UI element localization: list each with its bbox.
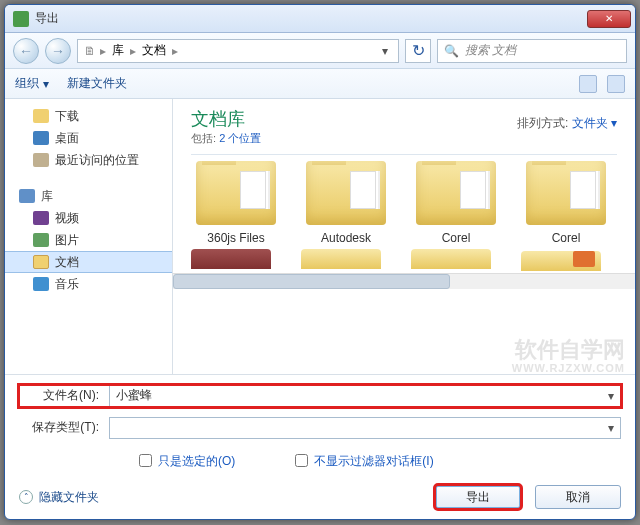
filename-row: 文件名(N): 小蜜蜂 ▾ [19,385,621,407]
locations-link[interactable]: 2 个位置 [219,132,261,144]
recent-icon [33,153,49,167]
folder-icon [196,161,276,225]
options-row: 只是选定的(O) 不显示过滤器对话框(I) [19,449,621,475]
footer-row: ˄ 隐藏文件夹 导出 取消 [19,475,621,509]
cancel-button[interactable]: 取消 [535,485,621,509]
body-area: 下载 桌面 最近访问的位置 库 视频 图片 文档 音乐 文档库 包括: 2 个位… [5,99,635,374]
close-icon: ✕ [605,13,613,24]
download-icon [33,109,49,123]
folder-item[interactable]: 360js Files [191,161,281,245]
document-icon [33,255,49,269]
sidebar-item-pictures[interactable]: 图片 [5,229,172,251]
checkbox-input[interactable] [139,454,152,467]
title-bar: 导出 ✕ [5,5,635,33]
folder-icon[interactable] [411,249,491,269]
folder-icon [306,161,386,225]
sidebar-item-music[interactable]: 音乐 [5,273,172,295]
view-options-button[interactable] [579,75,597,93]
content-pane: 文档库 包括: 2 个位置 排列方式: 文件夹 ▾ 360js Files Au… [173,99,635,374]
help-button[interactable] [607,75,625,93]
folder-icon[interactable] [521,251,601,271]
filetype-label: 保存类型(T): [19,419,109,436]
sidebar-item-documents[interactable]: 文档 [5,251,172,273]
forward-icon: → [51,43,65,59]
nav-bar: ← → 🗎 ▸ 库 ▸ 文档 ▸ ▾ ↻ 🔍 搜索 文档 [5,33,635,69]
back-button[interactable]: ← [13,38,39,64]
app-icon [13,11,29,27]
search-placeholder: 搜索 文档 [465,42,516,59]
export-dialog: 导出 ✕ ← → 🗎 ▸ 库 ▸ 文档 ▸ ▾ ↻ 🔍 搜索 文档 组织 ▾ 新… [4,4,636,520]
watermark: 软件自学网 WWW.RJZXW.COM [512,338,625,374]
sort-mode[interactable]: 文件夹 ▾ [572,116,617,130]
desktop-icon [33,131,49,145]
breadcrumb-docs[interactable]: 文档 [138,42,170,59]
sidebar-item-desktop[interactable]: 桌面 [5,127,172,149]
hide-folders-toggle[interactable]: ˄ 隐藏文件夹 [19,489,99,506]
root-icon: 🗎 [82,44,98,58]
refresh-button[interactable]: ↻ [405,39,431,63]
filetype-row: 保存类型(T): ▾ [19,417,621,439]
checkbox-input[interactable] [295,454,308,467]
folder-icon[interactable] [191,249,271,269]
video-icon [33,211,49,225]
library-subtitle: 包括: 2 个位置 [191,131,617,146]
search-input[interactable]: 🔍 搜索 文档 [437,39,627,63]
folder-item[interactable]: Corel [521,161,611,245]
sidebar-item-downloads[interactable]: 下载 [5,105,172,127]
back-icon: ← [19,43,33,59]
close-button[interactable]: ✕ [587,10,631,28]
music-icon [33,277,49,291]
sidebar-item-videos[interactable]: 视频 [5,207,172,229]
folder-grid: 360js Files Autodesk Corel Corel [173,161,635,245]
new-folder-button[interactable]: 新建文件夹 [67,75,127,92]
only-selected-checkbox[interactable]: 只是选定的(O) [139,453,235,469]
filename-label: 文件名(N): [19,387,109,404]
filename-input[interactable]: 小蜜蜂 ▾ [109,385,621,407]
sort-row: 排列方式: 文件夹 ▾ [517,115,617,132]
folder-icon [526,161,606,225]
toolbar: 组织 ▾ 新建文件夹 [5,69,635,99]
forward-button[interactable]: → [45,38,71,64]
folder-item[interactable]: Corel [411,161,501,245]
search-icon: 🔍 [444,44,459,58]
breadcrumb-lib[interactable]: 库 [108,42,128,59]
library-icon [19,189,35,203]
picture-icon [33,233,49,247]
organize-menu[interactable]: 组织 ▾ [15,75,49,92]
horizontal-scrollbar[interactable] [173,273,635,289]
address-bar[interactable]: 🗎 ▸ 库 ▸ 文档 ▸ ▾ [77,39,399,63]
chevron-up-icon: ˄ [19,490,33,504]
filename-dropdown[interactable]: ▾ [608,389,614,403]
folder-item[interactable]: Autodesk [301,161,391,245]
address-dropdown[interactable]: ▾ [376,44,394,58]
chevron-down-icon: ▾ [43,77,49,91]
sidebar: 下载 桌面 最近访问的位置 库 视频 图片 文档 音乐 [5,99,173,374]
chevron-down-icon: ▾ [608,421,614,435]
folder-icon[interactable] [301,249,381,269]
folder-icon [416,161,496,225]
no-filter-dialog-checkbox[interactable]: 不显示过滤器对话框(I) [295,453,433,469]
sidebar-group-libraries[interactable]: 库 [5,185,172,207]
sidebar-item-recent[interactable]: 最近访问的位置 [5,149,172,171]
filetype-select[interactable]: ▾ [109,417,621,439]
refresh-icon: ↻ [412,41,425,60]
export-button[interactable]: 导出 [435,485,521,509]
form-area: 文件名(N): 小蜜蜂 ▾ 保存类型(T): ▾ 只是选定的(O) 不显示过滤器… [5,374,635,519]
window-title: 导出 [35,10,59,27]
